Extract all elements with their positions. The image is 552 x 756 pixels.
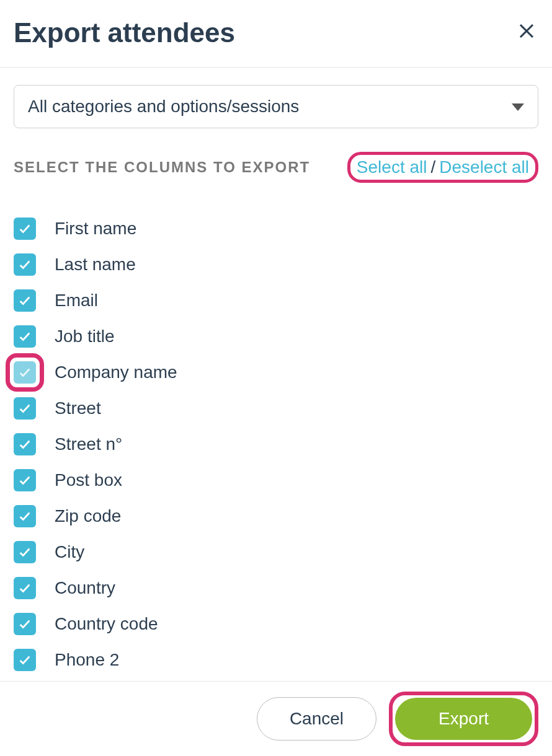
- column-row: Street: [14, 397, 538, 420]
- column-row: City: [14, 541, 538, 563]
- column-label[interactable]: Country code: [55, 614, 158, 634]
- column-checkbox[interactable]: [14, 325, 36, 348]
- column-row: Country: [14, 577, 538, 599]
- column-checkbox[interactable]: [14, 541, 36, 563]
- checkbox-wrap: [14, 505, 36, 527]
- column-row: Street n°: [14, 433, 538, 455]
- column-label[interactable]: Email: [55, 291, 98, 310]
- checkbox-wrap: [14, 577, 36, 599]
- column-label[interactable]: Phone 2: [55, 650, 119, 670]
- checkbox-wrap: [14, 325, 36, 348]
- checkbox-wrap: [14, 289, 36, 312]
- column-label[interactable]: Zip code: [55, 506, 121, 526]
- chevron-down-icon: [512, 97, 524, 116]
- check-icon: [18, 330, 32, 343]
- check-icon: [18, 473, 32, 487]
- checkbox-wrap: [14, 469, 36, 491]
- column-label[interactable]: Country: [55, 578, 115, 598]
- column-row: Zip code: [14, 505, 538, 527]
- check-icon: [18, 294, 32, 307]
- check-icon: [18, 617, 32, 631]
- check-icon: [18, 437, 32, 451]
- column-row: Job title: [14, 325, 538, 348]
- columns-header-row: SELECT THE COLUMNS TO EXPORT Select all …: [14, 152, 538, 183]
- modal-footer: Cancel Export: [0, 681, 552, 756]
- column-checkbox[interactable]: [14, 577, 36, 599]
- column-checkbox[interactable]: [14, 218, 36, 240]
- column-checkbox[interactable]: [14, 613, 36, 635]
- select-all-link[interactable]: Select all: [357, 157, 427, 177]
- column-label[interactable]: Street: [55, 398, 101, 418]
- column-label[interactable]: Street n°: [55, 434, 122, 454]
- cancel-button[interactable]: Cancel: [257, 697, 376, 741]
- checkbox-wrap: [14, 433, 36, 455]
- column-checkbox[interactable]: [14, 289, 36, 312]
- column-row: Company name: [14, 361, 538, 384]
- export-button-highlight: Export: [389, 692, 538, 746]
- check-icon: [18, 402, 32, 415]
- column-label[interactable]: Company name: [55, 363, 177, 382]
- column-checkbox[interactable]: [14, 505, 36, 527]
- check-icon: [18, 366, 32, 379]
- category-dropdown[interactable]: All categories and options/sessions: [14, 85, 538, 128]
- check-icon: [18, 258, 32, 271]
- export-button[interactable]: Export: [395, 698, 532, 740]
- close-button[interactable]: [515, 19, 538, 46]
- modal-title: Export attendees: [14, 17, 235, 48]
- column-row: Country code: [14, 613, 538, 635]
- checkbox-wrap: [14, 361, 36, 384]
- columns-section-label: SELECT THE COLUMNS TO EXPORT: [14, 159, 310, 176]
- check-icon: [18, 509, 32, 523]
- column-checkbox[interactable]: [14, 397, 36, 420]
- select-links-highlight: Select all / Deselect all: [347, 152, 538, 183]
- checkbox-wrap: [14, 397, 36, 420]
- column-label[interactable]: Post box: [55, 470, 122, 490]
- check-icon: [18, 653, 32, 667]
- checkbox-wrap: [14, 541, 36, 563]
- close-icon: [517, 22, 536, 40]
- checkbox-wrap: [14, 613, 36, 635]
- checkbox-wrap: [14, 218, 36, 240]
- column-row: Last name: [14, 253, 538, 276]
- check-icon: [18, 581, 32, 595]
- dropdown-value: All categories and options/sessions: [28, 97, 299, 116]
- column-checkbox[interactable]: [14, 469, 36, 491]
- column-row: Post box: [14, 469, 538, 491]
- checkbox-wrap: [14, 253, 36, 276]
- column-checkbox[interactable]: [14, 361, 36, 384]
- svg-marker-2: [512, 103, 524, 111]
- select-links-separator: /: [430, 157, 435, 177]
- check-icon: [18, 545, 32, 559]
- modal-body: All categories and options/sessions SELE…: [0, 68, 552, 671]
- column-label[interactable]: Last name: [55, 255, 136, 275]
- column-checkbox[interactable]: [14, 253, 36, 276]
- column-checkbox[interactable]: [14, 649, 36, 671]
- column-row: Email: [14, 289, 538, 312]
- columns-checklist: First nameLast nameEmailJob titleCompany…: [14, 218, 538, 671]
- column-row: Phone 2: [14, 649, 538, 671]
- check-icon: [18, 222, 32, 235]
- checkbox-wrap: [14, 649, 36, 671]
- column-checkbox[interactable]: [14, 433, 36, 455]
- modal-header: Export attendees: [0, 0, 552, 68]
- column-label[interactable]: First name: [55, 219, 136, 239]
- deselect-all-link[interactable]: Deselect all: [439, 157, 529, 177]
- column-row: First name: [14, 218, 538, 240]
- column-label[interactable]: Job title: [55, 327, 115, 346]
- column-label[interactable]: City: [55, 542, 84, 562]
